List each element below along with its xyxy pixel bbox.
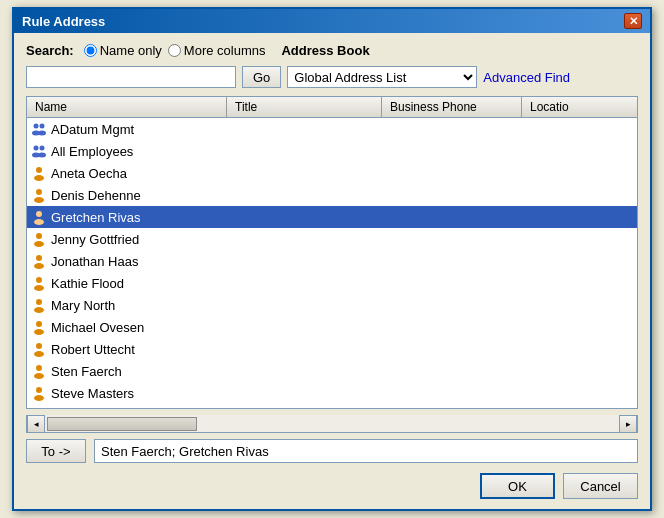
title-cell bbox=[227, 259, 382, 263]
location-cell bbox=[522, 303, 637, 307]
location-cell bbox=[522, 259, 637, 263]
scroll-left-arrow[interactable]: ◂ bbox=[27, 415, 45, 433]
phone-cell bbox=[382, 281, 522, 285]
location-cell bbox=[522, 325, 637, 329]
scroll-track-h[interactable] bbox=[45, 416, 619, 432]
close-button[interactable]: ✕ bbox=[624, 13, 642, 29]
col-header-title: Title bbox=[227, 97, 382, 117]
table-row[interactable]: Yun-Feng Peng bbox=[27, 404, 637, 408]
table-row[interactable]: Sten Faerch bbox=[27, 360, 637, 382]
dialog-body: Search: Name only More columns Address B… bbox=[14, 33, 650, 509]
table-row[interactable]: Jenny Gottfried bbox=[27, 228, 637, 250]
location-cell bbox=[522, 149, 637, 153]
phone-cell bbox=[382, 193, 522, 197]
table-header: Name Title Business Phone Locatio bbox=[27, 97, 637, 118]
name-cell: Steve Masters bbox=[27, 383, 227, 403]
table-row[interactable]: Jonathan Haas bbox=[27, 250, 637, 272]
svg-point-10 bbox=[36, 189, 42, 195]
phone-cell bbox=[382, 369, 522, 373]
name-cell: ADatum Mgmt bbox=[27, 119, 227, 139]
person-icon bbox=[31, 275, 47, 291]
name-cell: Denis Dehenne bbox=[27, 185, 227, 205]
svg-point-18 bbox=[36, 277, 42, 283]
advanced-find-link[interactable]: Advanced Find bbox=[483, 70, 570, 85]
title-cell bbox=[227, 281, 382, 285]
svg-point-15 bbox=[34, 241, 44, 247]
svg-point-29 bbox=[34, 395, 44, 401]
person-icon bbox=[31, 363, 47, 379]
svg-point-14 bbox=[36, 233, 42, 239]
phone-cell bbox=[382, 127, 522, 131]
location-cell bbox=[522, 237, 637, 241]
table-row[interactable]: Steve Masters bbox=[27, 382, 637, 404]
table-body[interactable]: ADatum Mgmt All Employees Aneta Oecha De… bbox=[27, 118, 637, 408]
table-row[interactable]: Gretchen Rivas bbox=[27, 206, 637, 228]
title-cell bbox=[227, 303, 382, 307]
phone-cell bbox=[382, 303, 522, 307]
svg-point-20 bbox=[36, 299, 42, 305]
ok-button[interactable]: OK bbox=[480, 473, 555, 499]
phone-cell bbox=[382, 347, 522, 351]
location-cell bbox=[522, 347, 637, 351]
svg-point-8 bbox=[36, 167, 42, 173]
svg-point-26 bbox=[36, 365, 42, 371]
name-cell: Mary North bbox=[27, 295, 227, 315]
col-header-location: Locatio bbox=[522, 97, 637, 117]
person-icon bbox=[31, 297, 47, 313]
location-cell bbox=[522, 193, 637, 197]
title-cell bbox=[227, 149, 382, 153]
title-cell bbox=[227, 369, 382, 373]
recipients-input[interactable] bbox=[94, 439, 638, 463]
search-label: Search: bbox=[26, 43, 74, 58]
address-book-label: Address Book bbox=[281, 43, 369, 58]
phone-cell bbox=[382, 149, 522, 153]
phone-cell bbox=[382, 259, 522, 263]
title-cell bbox=[227, 127, 382, 131]
person-icon bbox=[31, 385, 47, 401]
table-row[interactable]: Robert Uttecht bbox=[27, 338, 637, 360]
svg-point-9 bbox=[34, 175, 44, 181]
radio-more-columns[interactable]: More columns bbox=[168, 43, 266, 58]
svg-point-19 bbox=[34, 285, 44, 291]
group-icon bbox=[31, 121, 47, 137]
recipients-row: To -> bbox=[26, 439, 638, 463]
svg-point-5 bbox=[40, 146, 45, 151]
svg-point-7 bbox=[38, 153, 46, 158]
address-book-select[interactable]: Global Address List Contacts Offline Glo… bbox=[287, 66, 477, 88]
location-cell bbox=[522, 369, 637, 373]
title-cell bbox=[227, 325, 382, 329]
go-button[interactable]: Go bbox=[242, 66, 281, 88]
to-button[interactable]: To -> bbox=[26, 439, 86, 463]
location-cell bbox=[522, 391, 637, 395]
location-cell bbox=[522, 281, 637, 285]
table-row[interactable]: Kathie Flood bbox=[27, 272, 637, 294]
name-cell: All Employees bbox=[27, 141, 227, 161]
bottom-buttons: OK Cancel bbox=[26, 473, 638, 499]
radio-name-only[interactable]: Name only bbox=[84, 43, 162, 58]
horizontal-scrollbar[interactable]: ◂ ▸ bbox=[26, 415, 638, 433]
svg-point-3 bbox=[38, 131, 46, 136]
table-row[interactable]: Aneta Oecha bbox=[27, 162, 637, 184]
rule-address-dialog: Rule Address ✕ Search: Name only More co… bbox=[12, 7, 652, 511]
scroll-right-arrow[interactable]: ▸ bbox=[619, 415, 637, 433]
person-icon bbox=[31, 231, 47, 247]
dialog-title: Rule Address bbox=[22, 14, 105, 29]
table-row[interactable]: Mary North bbox=[27, 294, 637, 316]
title-cell bbox=[227, 171, 382, 175]
table-row[interactable]: Michael Ovesen bbox=[27, 316, 637, 338]
person-icon bbox=[31, 209, 47, 225]
group-icon bbox=[31, 143, 47, 159]
svg-point-11 bbox=[34, 197, 44, 203]
location-cell bbox=[522, 171, 637, 175]
svg-point-13 bbox=[34, 219, 44, 225]
svg-point-28 bbox=[36, 387, 42, 393]
col-header-name: Name bbox=[27, 97, 227, 117]
scroll-thumb-h[interactable] bbox=[47, 417, 197, 431]
name-cell: Jenny Gottfried bbox=[27, 229, 227, 249]
person-icon bbox=[31, 407, 47, 408]
cancel-button[interactable]: Cancel bbox=[563, 473, 638, 499]
table-row[interactable]: ADatum Mgmt bbox=[27, 118, 637, 140]
table-row[interactable]: All Employees bbox=[27, 140, 637, 162]
search-input[interactable] bbox=[26, 66, 236, 88]
table-row[interactable]: Denis Dehenne bbox=[27, 184, 637, 206]
